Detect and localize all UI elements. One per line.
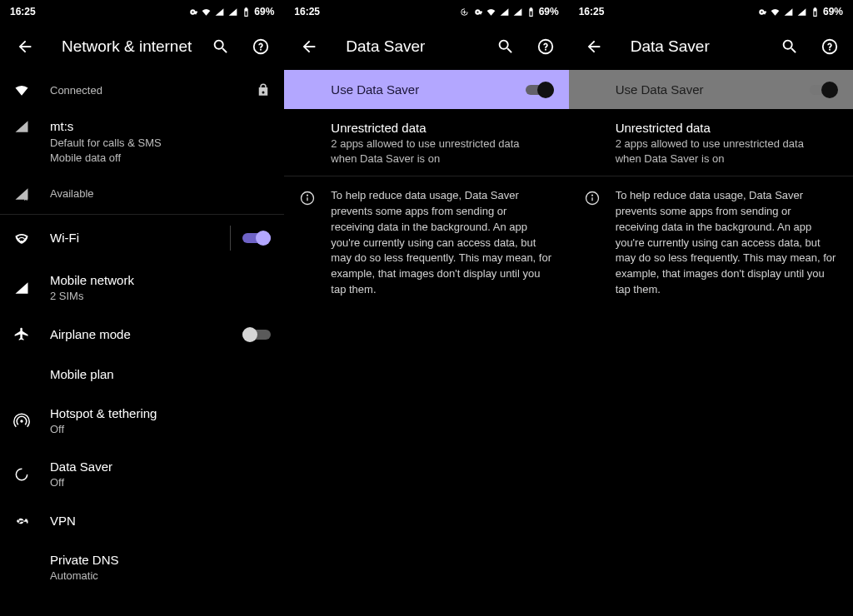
row-mobile-plan[interactable]: Mobile plan (0, 355, 284, 395)
info-icon (299, 188, 331, 298)
battery-percent: 69% (823, 6, 843, 17)
wifi-icon (201, 7, 212, 17)
wifi-toggle[interactable] (242, 231, 271, 246)
svg-point-9 (591, 195, 592, 196)
search-icon (781, 37, 799, 56)
app-bar: Data Saver (569, 23, 853, 70)
back-button[interactable] (577, 30, 611, 63)
row-sub: Off (50, 422, 271, 437)
row-sub: Connected (50, 83, 249, 98)
back-button[interactable] (8, 30, 42, 63)
airplane-toggle[interactable] (242, 327, 271, 342)
row-connected[interactable]: Connected (0, 70, 284, 110)
signal-icon-2 (512, 7, 523, 17)
wifi-icon (486, 7, 496, 17)
lock-icon (256, 82, 271, 97)
settings-list: Connected mt:s Default for calls & SMS M… (0, 70, 284, 616)
back-button[interactable] (292, 30, 326, 63)
row-mobile-network[interactable]: Mobile network 2 SIMs (0, 261, 284, 315)
status-bar: 16:25 69% (0, 0, 284, 23)
hotspot-icon (13, 413, 50, 430)
section-title: Unrestricted data (331, 121, 553, 135)
row-vpn[interactable]: VPN (0, 501, 284, 541)
battery-percent: 69% (254, 6, 274, 17)
section-title: Unrestricted data (616, 121, 838, 135)
row-private-dns[interactable]: Private DNS Automatic (0, 541, 284, 594)
vpn-key-icon (13, 513, 50, 529)
arrow-back-icon (16, 37, 34, 56)
search-button[interactable] (489, 30, 522, 63)
panel-network-internet: 16:25 69% Network & internet Connected (0, 0, 284, 616)
arrow-back-icon (300, 37, 318, 56)
status-time: 16:25 (10, 6, 36, 17)
help-button[interactable] (244, 30, 277, 63)
app-bar: Data Saver (284, 23, 568, 70)
vpn-key-icon (472, 7, 483, 17)
info-row: To help reduce data usage, Data Saver pr… (284, 176, 568, 310)
separator (230, 226, 231, 251)
status-right: 69% (187, 6, 274, 17)
help-button[interactable] (529, 30, 562, 63)
signal-icon (499, 7, 510, 17)
row-sub: 2 SIMs (50, 289, 271, 304)
row-sub2: Mobile data off (50, 151, 271, 166)
svg-point-1 (20, 420, 22, 422)
data-saver-toggle[interactable] (526, 82, 554, 97)
row-title: Wi-Fi (50, 230, 230, 246)
battery-icon (810, 7, 821, 17)
data-saver-toggle[interactable] (810, 82, 838, 97)
search-button[interactable] (773, 30, 806, 63)
search-button[interactable] (204, 30, 237, 63)
battery-percent: 69% (539, 6, 559, 17)
wifi-connected-icon (13, 82, 50, 98)
status-time: 16:25 (579, 6, 605, 17)
row-data-saver[interactable]: Data Saver Off (0, 448, 284, 501)
use-data-saver-row[interactable]: Use Data Saver (284, 70, 568, 109)
row-wifi[interactable]: Wi-Fi (0, 215, 284, 261)
page-title: Data Saver (332, 37, 481, 56)
status-bar: 16:25 69% (569, 0, 853, 23)
arrow-back-icon (585, 37, 603, 56)
status-right: 69% (756, 6, 843, 17)
row-title: Private DNS (50, 552, 271, 569)
help-button[interactable] (813, 30, 846, 63)
signal-icon-2 (796, 7, 807, 17)
status-right: 69% (459, 6, 559, 17)
row-unrestricted-data[interactable]: Unrestricted data 2 apps allowed to use … (284, 109, 568, 176)
signal-icon (214, 7, 225, 17)
row-title: Airplane mode (50, 326, 242, 343)
status-bar: 16:25 69% (284, 0, 568, 23)
help-icon (536, 37, 555, 56)
data-saver-status-icon (459, 7, 470, 17)
use-data-saver-label: Use Data Saver (616, 82, 704, 97)
row-title: Hotspot & tethering (50, 405, 271, 422)
svg-point-0 (21, 241, 23, 243)
battery-icon (526, 7, 536, 17)
wifi-icon (770, 7, 781, 17)
section-desc: 2 apps allowed to use unrestricted data … (331, 137, 547, 166)
row-mts[interactable]: mt:s Default for calls & SMS Mobile data… (0, 110, 284, 174)
search-icon (496, 37, 515, 56)
row-sub: Automatic (50, 569, 271, 584)
row-airplane-mode[interactable]: Airplane mode (0, 315, 284, 355)
status-time: 16:25 (294, 6, 320, 17)
row-title: mt:s (50, 118, 271, 135)
row-available[interactable]: Available (0, 174, 284, 214)
page-title: Network & internet (48, 37, 197, 56)
wifi-icon (13, 230, 50, 246)
row-sub: Off (50, 475, 271, 490)
use-data-saver-row[interactable]: Use Data Saver (569, 70, 853, 109)
vpn-key-icon (756, 7, 767, 17)
row-title: Data Saver (50, 459, 271, 475)
battery-icon (241, 7, 252, 17)
info-text: To help reduce data usage, Data Saver pr… (331, 188, 551, 298)
svg-point-6 (307, 195, 308, 196)
row-title: VPN (50, 513, 271, 529)
data-saver-icon (13, 466, 50, 483)
app-bar: Network & internet (0, 23, 284, 70)
row-hotspot[interactable]: Hotspot & tethering Off (0, 395, 284, 448)
info-text: To help reduce data usage, Data Saver pr… (616, 188, 836, 298)
row-title: Mobile plan (50, 366, 271, 383)
row-unrestricted-data[interactable]: Unrestricted data 2 apps allowed to use … (569, 109, 853, 176)
search-icon (212, 37, 230, 56)
